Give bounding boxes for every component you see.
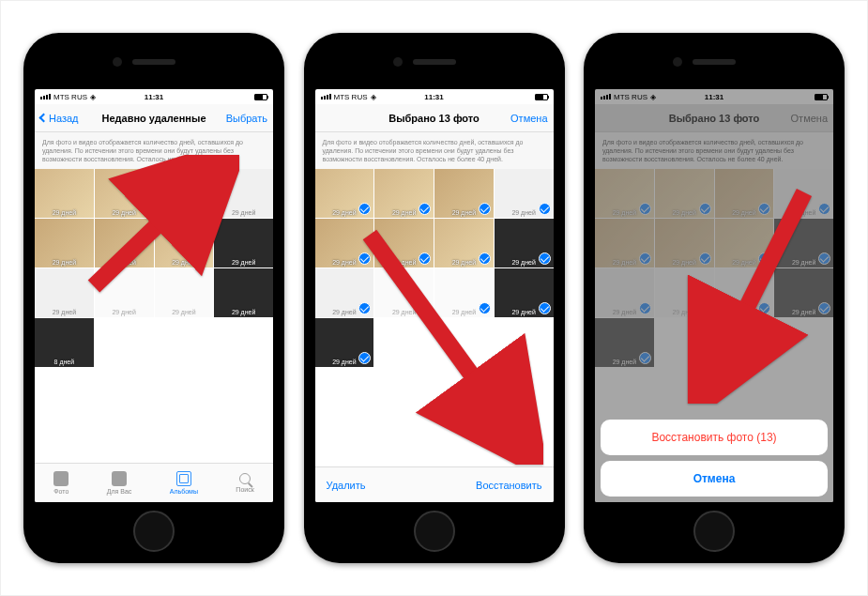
- restore-button[interactable]: Восстановить: [476, 480, 541, 491]
- photo-thumb[interactable]: 29 дней: [35, 169, 94, 218]
- action-sheet-overlay: Восстановить фото (13) Отмена: [595, 89, 833, 502]
- status-bar: MTS RUS ◈ 11:31: [315, 89, 554, 104]
- check-icon: [539, 252, 551, 265]
- search-icon: [239, 473, 251, 484]
- photo-thumb[interactable]: 8 дней: [35, 318, 94, 367]
- info-text: Для фото и видео отображается количество…: [35, 132, 273, 169]
- photo-thumb[interactable]: 29 дней: [214, 219, 273, 267]
- photo-thumb[interactable]: 29 дней: [214, 169, 273, 218]
- photo-thumb[interactable]: 29 дней: [95, 219, 154, 267]
- home-button[interactable]: [414, 511, 455, 552]
- home-button[interactable]: [693, 511, 735, 552]
- photo-thumb[interactable]: 29 дней: [155, 268, 214, 317]
- phone-mockup-3: MTS RUS ◈ 11:31 Выбрано 13 фото Отмена Д…: [584, 33, 845, 563]
- status-bar: MTS RUS ◈ 11:31: [35, 89, 273, 104]
- photo-grid[interactable]: 29 дней 29 дней 29 дней 29 дней 29 дней …: [35, 169, 273, 463]
- tab-photos[interactable]: Фото: [53, 471, 69, 495]
- photo-thumb[interactable]: 29 дней: [95, 268, 154, 317]
- photo-thumb-selected[interactable]: 29 дней: [315, 169, 374, 218]
- check-icon: [479, 302, 491, 314]
- photo-thumb-selected[interactable]: 29 дней: [495, 169, 554, 218]
- photo-thumb-selected[interactable]: 29 дней: [374, 219, 434, 267]
- sheet-cancel-button[interactable]: Отмена: [601, 461, 828, 497]
- photo-thumb[interactable]: 29 дней: [35, 219, 94, 267]
- photo-thumb-selected[interactable]: 29 дней: [495, 219, 554, 267]
- photo-thumb[interactable]: 29 дней: [35, 268, 94, 317]
- battery-icon: [254, 94, 267, 100]
- check-icon: [358, 352, 371, 364]
- tab-label: Фото: [53, 488, 69, 495]
- info-text: Для фото и видео отображается количество…: [315, 132, 554, 169]
- photo-thumb-selected[interactable]: 29 дней: [315, 219, 374, 267]
- tab-search[interactable]: Поиск: [236, 473, 253, 493]
- check-icon: [419, 252, 431, 265]
- photo-thumb-selected[interactable]: 29 дней: [315, 268, 374, 317]
- tab-label: Для Вас: [107, 488, 132, 495]
- photo-grid[interactable]: 29 дней 29 дней 29 дней 29 дней 29 дней …: [315, 169, 554, 466]
- check-icon: [479, 203, 491, 215]
- clock: 11:31: [35, 93, 273, 101]
- screen-3: MTS RUS ◈ 11:31 Выбрано 13 фото Отмена Д…: [595, 89, 833, 502]
- nav-title: Выбрано 13 фото: [315, 113, 554, 124]
- photo-thumb-selected[interactable]: 29 дней: [434, 169, 494, 218]
- photo-thumb-selected[interactable]: 29 дней: [434, 219, 494, 267]
- phone-mockup-2: MTS RUS ◈ 11:31 Выбрано 13 фото Отмена Д…: [304, 33, 565, 563]
- photo-thumb[interactable]: 29 дней: [95, 169, 154, 218]
- photo-thumb-selected[interactable]: 29 дней: [374, 268, 434, 317]
- tab-bar: Фото Для Вас Альбомы Поиск: [35, 463, 273, 502]
- photos-icon: [53, 471, 69, 486]
- tab-label: Альбомы: [170, 488, 198, 495]
- check-icon: [539, 203, 551, 215]
- check-icon: [419, 203, 431, 215]
- check-icon: [358, 252, 371, 265]
- tutorial-frame: MTS RUS ◈ 11:31 Назад Недавно удаленные …: [0, 0, 868, 596]
- nav-bar: Выбрано 13 фото Отмена: [315, 104, 554, 132]
- battery-icon: [535, 94, 548, 100]
- screen-1: MTS RUS ◈ 11:31 Назад Недавно удаленные …: [35, 89, 273, 502]
- nav-bar: Назад Недавно удаленные Выбрать: [35, 104, 273, 132]
- photo-thumb-selected[interactable]: 29 дней: [495, 268, 554, 317]
- delete-button[interactable]: Удалить: [327, 480, 366, 491]
- photo-thumb[interactable]: 29 дней: [214, 268, 273, 317]
- photo-thumb[interactable]: 29 дней: [155, 219, 214, 267]
- tab-foryou[interactable]: Для Вас: [107, 471, 132, 495]
- check-icon: [419, 302, 431, 314]
- photo-thumb-selected[interactable]: 29 дней: [374, 169, 434, 218]
- photo-thumb-selected[interactable]: 29 дней: [434, 268, 494, 317]
- check-icon: [358, 302, 371, 314]
- sheet-restore-button[interactable]: Восстановить фото (13): [601, 420, 828, 455]
- check-icon: [539, 302, 551, 314]
- foryou-icon: [112, 471, 127, 486]
- check-icon: [358, 203, 371, 215]
- phone-mockup-1: MTS RUS ◈ 11:31 Назад Недавно удаленные …: [23, 33, 284, 563]
- check-icon: [479, 252, 491, 265]
- tab-albums[interactable]: Альбомы: [170, 471, 198, 495]
- photo-thumb[interactable]: 29 дней: [155, 169, 214, 218]
- clock: 11:31: [315, 93, 554, 101]
- bottom-toolbar: Удалить Восстановить: [315, 466, 554, 502]
- nav-title: Недавно удаленные: [35, 113, 273, 124]
- albums-icon: [176, 471, 191, 486]
- empty-cell: [374, 318, 553, 417]
- home-button[interactable]: [133, 511, 175, 552]
- empty-cell: [95, 318, 273, 417]
- photo-thumb-selected[interactable]: 29 дней: [315, 318, 374, 367]
- screen-2: MTS RUS ◈ 11:31 Выбрано 13 фото Отмена Д…: [315, 89, 554, 502]
